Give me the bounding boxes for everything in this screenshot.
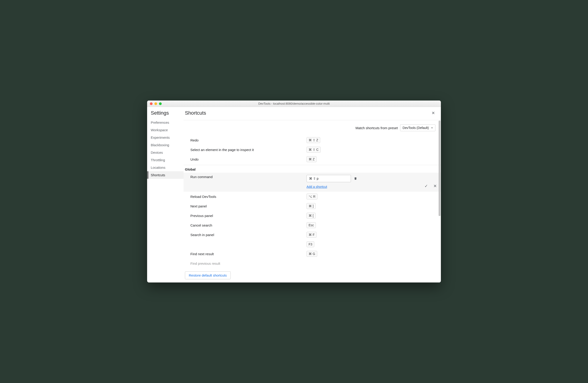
restore-bar: Restore default shortcuts [184,269,441,283]
window-zoom-button[interactable] [159,102,162,105]
shortcut-label: Previous panel [190,214,307,218]
shortcut-label: Search in panel [190,233,307,237]
shortcut-label: Reload DevTools [190,195,307,199]
key-chip: ⌘ ] [307,203,316,209]
shortcut-label: Redo [190,138,307,142]
preset-label: Match shortcuts from preset [356,126,398,130]
sidebar-heading: Settings [147,110,184,119]
sidebar-item-preferences[interactable]: Preferences [147,119,184,126]
key-chip: Esc [307,222,316,228]
shortcut-row-redo[interactable]: Redo ⌘ ⇧ Z [184,135,441,145]
window-minimize-button[interactable] [154,102,157,105]
shortcut-label: Find previous result [190,262,307,266]
shortcut-row-undo[interactable]: Undo ⌘ Z [184,154,441,164]
main-header: Shortcuts ✕ [184,107,441,120]
key-chip: ⌘ ⇧ C [307,147,321,153]
shortcut-label: Undo [190,157,307,161]
preset-row: Match shortcuts from preset DevTools (De… [184,120,441,135]
cancel-shortcut-button[interactable]: ✕ [433,184,437,189]
shortcut-row-next-panel[interactable]: Next panel ⌘ ] [184,201,441,211]
shortcut-row-select-element[interactable]: Select an element in the page to inspect… [184,145,441,154]
shortcut-row-search-in-panel-alt[interactable]: F3 [184,239,441,249]
window-title: DevTools - localhost:8080/demo/accessibl… [258,102,330,105]
add-shortcut-link[interactable]: Add a shortcut [307,185,357,189]
key-chip: ⌘ ⇧ Z [307,137,320,143]
page-title: Shortcuts [185,110,436,116]
titlebar: DevTools - localhost:8080/demo/accessibl… [147,100,441,107]
key-chip: ⌘ G [307,251,317,257]
preset-select[interactable]: DevTools (Default) [400,124,435,131]
traffic-lights [150,102,162,105]
edit-confirm-icons: ✓ ✕ [424,184,437,189]
shortcuts-list[interactable]: Redo ⌘ ⇧ Z Select an element in the page… [184,135,441,283]
main-content: Shortcuts ✕ Match shortcuts from preset … [184,107,441,283]
sidebar-item-locations[interactable]: Locations [147,164,184,171]
shortcut-row-run-command-editing: Run command Add a shortcut ✓ ✕ [184,173,441,192]
shortcut-row-reload-devtools[interactable]: Reload DevTools ⌥ R [184,192,441,201]
shortcut-row-find-next-result[interactable]: Find next result ⌘ G [184,249,441,259]
shortcut-label: Select an element in the page to inspect… [190,148,307,152]
key-chip: ⌘ [ [307,213,316,219]
settings-sidebar: Settings Preferences Workspace Experimen… [147,107,184,283]
sidebar-item-shortcuts[interactable]: Shortcuts [147,171,184,179]
restore-default-shortcuts-button[interactable]: Restore default shortcuts [185,271,231,279]
scrollbar-thumb[interactable] [439,120,441,216]
preset-value: DevTools (Default) [403,126,429,130]
shortcut-label: Cancel search [190,223,307,227]
shortcut-row-search-in-panel[interactable]: Search in panel ⌘ F [184,230,441,239]
sidebar-item-throttling[interactable]: Throttling [147,156,184,164]
shortcut-row-cancel-search[interactable]: Cancel search Esc [184,220,441,230]
settings-panel: Settings Preferences Workspace Experimen… [147,107,441,283]
sidebar-item-experiments[interactable]: Experiments [147,134,184,141]
key-chip: ⌥ R [307,193,317,199]
key-chip: ⌘ Z [307,156,316,162]
confirm-shortcut-button[interactable]: ✓ [424,184,428,189]
key-chip: ⌘ F [307,232,316,238]
key-chip: F3 [307,241,314,247]
delete-shortcut-button[interactable] [354,177,357,180]
close-settings-button[interactable]: ✕ [430,110,437,116]
sidebar-item-workspace[interactable]: Workspace [147,126,184,134]
section-global: Global [184,165,441,173]
shortcut-row-find-previous-result[interactable]: Find previous result [184,259,441,268]
shortcut-edit-input[interactable] [307,175,351,182]
sidebar-item-devices[interactable]: Devices [147,149,184,156]
shortcut-row-previous-panel[interactable]: Previous panel ⌘ [ [184,211,441,220]
window-close-button[interactable] [150,102,153,105]
shortcut-label: Run command [190,175,307,179]
devtools-window: DevTools - localhost:8080/demo/accessibl… [147,100,441,283]
sidebar-item-blackboxing[interactable]: Blackboxing [147,141,184,149]
shortcut-label: Next panel [190,204,307,208]
shortcut-label: Find next result [190,252,307,256]
